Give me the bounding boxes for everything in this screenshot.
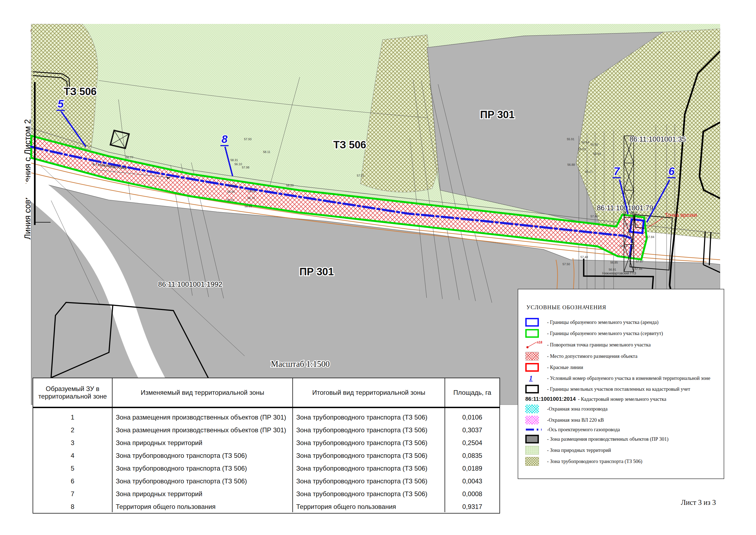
legend-item-powerline-protection-zone: -Охранная зона ВЛ 220 кВ xyxy=(525,416,719,424)
table-header-to: Итоговый вид территориальной зоны xyxy=(293,378,445,407)
scale-label: Масштаб 1:1500 xyxy=(271,359,330,369)
lease-boundary-swatch xyxy=(525,318,539,326)
zone-label-pr301-top: ПР 301 xyxy=(480,109,515,120)
svg-text:57.90в.пр: 57.90в.пр xyxy=(625,223,638,226)
legend-item-pipeline-axis: -Ось проектируемого газопровода xyxy=(525,427,719,432)
legend-item-gas-protection-zone: -Охранная зона гозопровода xyxy=(525,405,719,413)
table-header-area: Площадь, га xyxy=(445,378,499,407)
svg-text:56.88: 56.88 xyxy=(567,163,575,166)
legend-item-plot-number: 1 - Условный номер образуемого участка в… xyxy=(525,374,719,382)
plan-sheet: Основная часть проекта планировки террит… xyxy=(0,0,756,535)
svg-text:58.11: 58.11 xyxy=(263,150,270,154)
table-header-from: Изменяемый вид территориальной зоны xyxy=(113,378,293,407)
zone-label-pr301-bottom: ПР 301 xyxy=(299,266,334,277)
cadastral-label-1992: 86:11:1001001:1992 xyxy=(158,280,223,288)
table-col-changed-zone: Зона размещения производственных объекто… xyxy=(113,408,293,512)
placement-area-swatch xyxy=(525,352,539,360)
plot-number-5: 5 xyxy=(58,98,64,110)
svg-text:58.31: 58.31 xyxy=(231,158,238,162)
turning-point-icon: n18 xyxy=(525,340,542,350)
svg-text:55.17: 55.17 xyxy=(585,170,593,173)
svg-text:56.10: 56.10 xyxy=(235,162,242,166)
svg-text:58.91: 58.91 xyxy=(226,198,234,202)
legend-item-cadastral-number: 86:11:1001001:2014 - Кадастровый номер з… xyxy=(525,396,719,402)
pipeline-axis-icon xyxy=(525,428,542,432)
registered-boundary-swatch xyxy=(525,385,539,393)
cadastral-number-sample: 86:11:1001001:2014 xyxy=(525,396,576,402)
cadastral-label-79: 86:11:1001001:79 xyxy=(597,204,653,212)
pr301-zone-swatch xyxy=(525,435,539,443)
gas-protection-swatch xyxy=(525,405,539,413)
table-col-resulting-zone: Зона трубопроводного транспорта (ТЗ 506)… xyxy=(293,408,445,512)
svg-text:56.91: 56.91 xyxy=(609,268,616,271)
red-lines-swatch xyxy=(525,363,539,372)
plant-label: Нижневартовский ГПЗ xyxy=(602,271,636,275)
table-col-area: 0,0106 0,3037 0,2504 0,0835 0,0189 0,004… xyxy=(445,408,499,512)
svg-text:n18: n18 xyxy=(537,340,542,344)
natural-zone-swatch xyxy=(525,446,539,455)
powerline-protection-swatch xyxy=(525,416,539,424)
svg-text:58.73: 58.73 xyxy=(247,196,255,200)
svg-text:58.90: 58.90 xyxy=(227,190,235,193)
legend-item-servitude-boundary: - Границы образуемого земельного участка… xyxy=(525,329,719,338)
legend-item-red-lines: - Красные линии xyxy=(525,363,719,372)
svg-text:56.77: 56.77 xyxy=(126,156,133,159)
legend-item-pr301-zone: - Зона размещения производственных объек… xyxy=(525,435,719,443)
svg-text:57.48: 57.48 xyxy=(580,255,588,259)
servitude-boundary-swatch xyxy=(525,329,539,338)
cadastral-label-35: 86:11:1001001:35 xyxy=(630,135,686,143)
legend-item-turning-point: n18 - Поворотная точка границы земельног… xyxy=(525,340,719,350)
svg-text:58.68: 58.68 xyxy=(248,190,256,193)
svg-text:57.87: 57.87 xyxy=(636,260,643,263)
svg-text:56.62: 56.62 xyxy=(578,148,586,151)
legend-item-placement-area: - Место допустимого размещения объекта xyxy=(525,352,719,360)
legend-item-registered-boundaries: - Границы земельных участков поставленны… xyxy=(525,385,719,393)
svg-text:57.01: 57.01 xyxy=(357,174,364,177)
plot-number-6: 6 xyxy=(668,165,675,177)
svg-text:56.93: 56.93 xyxy=(620,244,627,248)
legend-item-natural-zone: - Зона природных территорий xyxy=(525,446,719,455)
legend-box: УСЛОВНЫЕ ОБОЗНАЧЕНИЯ - Границы образуемо… xyxy=(518,289,724,479)
legend-item-tz506-zone: - Зона трубопроводного транспорта (ТЗ 50… xyxy=(525,457,719,466)
table-col-plot-numbers: 1 2 3 4 5 6 7 8 xyxy=(33,408,113,512)
svg-text:58.89: 58.89 xyxy=(244,205,252,208)
svg-text:58.20: 58.20 xyxy=(286,184,294,187)
svg-text:56.54: 56.54 xyxy=(581,141,589,144)
svg-text:56.85: 56.85 xyxy=(610,261,618,264)
svg-text:55.91: 55.91 xyxy=(567,137,574,141)
svg-text:57.98: 57.98 xyxy=(242,166,249,169)
zone-label-tz506-left: ТЗ 506 xyxy=(64,86,97,97)
svg-text:58.59: 58.59 xyxy=(228,184,236,187)
svg-text:57.88: 57.88 xyxy=(635,267,642,270)
plot-number-8: 8 xyxy=(221,133,228,145)
svg-text:57.84: 57.84 xyxy=(647,235,654,239)
svg-text:57.46: 57.46 xyxy=(591,215,598,218)
svg-text:57.50: 57.50 xyxy=(563,263,570,266)
tie-in-label: Точка врезки xyxy=(665,212,697,218)
sheet-number-label: Лист 3 из 3 xyxy=(663,498,734,507)
zone-label-tz506-mid: ТЗ 506 xyxy=(333,139,366,151)
svg-text:55.30: 55.30 xyxy=(591,143,598,146)
plot-number-icon: 1 xyxy=(529,374,533,382)
legend-item-lease-boundary: - Границы образуемого земельного участка… xyxy=(525,318,719,326)
plot-number-7: 7 xyxy=(614,165,620,177)
table-header-plot: Образуемый ЗУ в территориальной зоне xyxy=(33,378,113,407)
tz506-zone-swatch xyxy=(525,457,539,466)
svg-text:57.93: 57.93 xyxy=(244,137,252,141)
zone-change-table: Образуемый ЗУ в территориальной зоне Изм… xyxy=(33,378,500,514)
legend-title: УСЛОВНЫЕ ОБОЗНАЧЕНИЯ xyxy=(526,304,719,311)
table-body: 1 2 3 4 5 6 7 8 Зона размещения производ… xyxy=(33,408,499,512)
svg-text:55.94: 55.94 xyxy=(593,152,601,155)
table-header-row: Образуемый ЗУ в территориальной зоне Изм… xyxy=(33,378,499,408)
